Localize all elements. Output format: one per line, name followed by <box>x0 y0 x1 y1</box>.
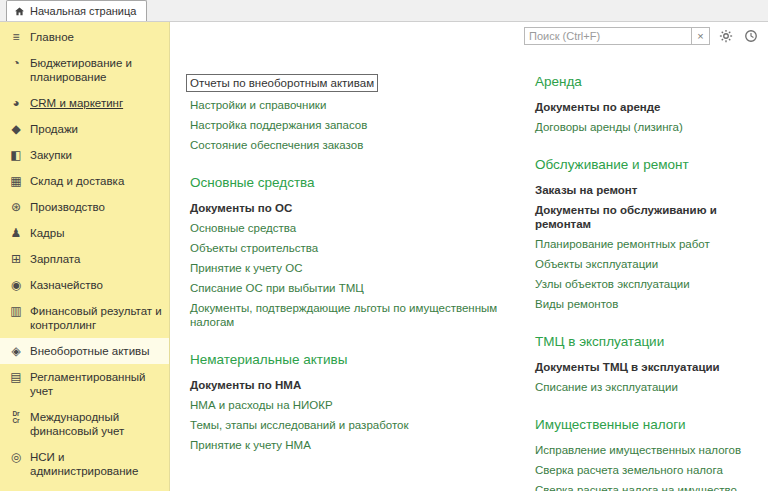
sidebar-item-regulated-accounting[interactable]: ▤ Регламентированный учет <box>0 364 169 404</box>
link-repair-orders[interactable]: Заказы на ремонт <box>535 183 637 197</box>
hamburger-icon: ≡ <box>4 30 28 44</box>
bar-chart-icon: ▥ <box>4 304 28 318</box>
link-construction-objects[interactable]: Объекты строительства <box>190 241 318 255</box>
link-repair-types[interactable]: Виды ремонтов <box>535 297 618 311</box>
link-fixed-asset-writeoff[interactable]: Списание ОС при выбытии ТМЦ <box>190 281 364 295</box>
gear-icon[interactable] <box>717 27 735 45</box>
top-links-group: Отчеты по внеоборотным активам Настройки… <box>190 74 535 158</box>
service-repair-group: Обслуживание и ремонт Заказы на ремонт Д… <box>535 140 768 317</box>
home-icon <box>14 6 25 17</box>
pie-chart-icon: ◕ <box>4 96 28 110</box>
tab-bar: Начальная страница <box>0 0 768 22</box>
coin-icon: ◉ <box>4 278 28 292</box>
function-panel: Отчеты по внеоборотным активам Настройки… <box>170 74 768 491</box>
sidebar-item-main[interactable]: ≡ Главное <box>0 24 169 50</box>
person-icon: ♟ <box>4 226 28 240</box>
link-intangible-asset-acceptance[interactable]: Принятие к учету НМА <box>190 438 311 452</box>
link-fixed-assets[interactable]: Основные средства <box>190 221 296 235</box>
sidebar-item-international-accounting[interactable]: Dr Cr Международный финансовый учет <box>0 404 169 444</box>
calculator-icon: ⊞ <box>4 252 28 266</box>
link-property-tax-benefit-documents[interactable]: Документы, подтверждающие льготы по имущ… <box>190 301 535 329</box>
boxes-icon: ▦ <box>4 174 28 188</box>
group-header-goods-in-operation: ТМЦ в эксплуатации <box>535 334 664 349</box>
link-lease-contracts[interactable]: Договоры аренды (лизинга) <box>535 120 683 134</box>
link-intangible-assets-documents[interactable]: Документы по НМА <box>190 378 301 392</box>
sidebar-item-purchases[interactable]: ◧ Закупки <box>0 142 169 168</box>
sidebar-item-sales[interactable]: ◆ Продажи <box>0 116 169 142</box>
link-fixed-asset-acceptance[interactable]: Принятие к учету ОС <box>190 261 303 275</box>
gear-wheel-icon: ⊛ <box>4 200 28 214</box>
link-operation-objects[interactable]: Объекты эксплуатации <box>535 257 658 271</box>
group-header-rent: Аренда <box>535 74 582 89</box>
property-taxes-group: Имущественные налоги Исправление имущест… <box>535 400 768 491</box>
planning-chart-icon: ◔ <box>4 56 28 70</box>
sidebar-item-hr[interactable]: ♟ Кадры <box>0 220 169 246</box>
assets-icon: ◈ <box>4 344 28 358</box>
group-header-property-taxes: Имущественные налоги <box>535 417 686 432</box>
search-clear-button[interactable]: × <box>692 27 710 45</box>
link-property-tax-correction[interactable]: Исправление имущественных налогов <box>535 443 741 457</box>
group-header-service-repair: Обслуживание и ремонт <box>535 157 689 172</box>
sidebar-item-budgeting[interactable]: ◔ Бюджетирование и планирование <box>0 50 169 90</box>
left-column: Отчеты по внеоборотным активам Настройки… <box>190 74 535 491</box>
group-header-fixed-assets: Основные средства <box>190 175 315 190</box>
link-intangible-assets-rnd-expenses[interactable]: НМА и расходы на НИОКР <box>190 398 333 412</box>
sidebar-item-nsi-administration[interactable]: ◎ НСИ и администрирование <box>0 444 169 484</box>
group-header-intangible-assets: Нематериальные активы <box>190 352 347 367</box>
link-settings-and-catalogs[interactable]: Настройки и справочники <box>190 98 326 112</box>
link-goods-in-operation-documents[interactable]: Документы ТМЦ в эксплуатации <box>535 360 720 374</box>
cart-icon: ◧ <box>4 148 28 162</box>
fixed-assets-group: Основные средства Документы по ОС Основн… <box>190 158 535 335</box>
link-property-tax-reconciliation[interactable]: Сверка расчета налога на имущество <box>535 483 737 491</box>
settings-icon: ◎ <box>4 450 28 464</box>
right-column: Аренда Документы по аренде Договоры арен… <box>535 74 768 491</box>
search-box: × <box>524 27 710 45</box>
sidebar-item-noncurrent-assets[interactable]: ◈ Внеоборотные активы <box>0 338 169 364</box>
sections-sidebar: ≡ Главное ◔ Бюджетирование и планировани… <box>0 22 170 491</box>
goods-in-operation-group: ТМЦ в эксплуатации Документы ТМЦ в экспл… <box>535 317 768 400</box>
tab-label: Начальная страница <box>30 5 136 17</box>
sidebar-item-treasury[interactable]: ◉ Казначейство <box>0 272 169 298</box>
link-fixed-assets-documents[interactable]: Документы по ОС <box>190 201 292 215</box>
sidebar-item-payroll[interactable]: ⊞ Зарплата <box>0 246 169 272</box>
link-repair-work-planning[interactable]: Планирование ремонтных работ <box>535 237 710 251</box>
link-rent-documents[interactable]: Документы по аренде <box>535 100 660 114</box>
link-operation-object-nodes[interactable]: Узлы объектов эксплуатации <box>535 277 690 291</box>
sidebar-item-crm-marketing[interactable]: ◕ CRM и маркетинг <box>0 90 169 116</box>
sidebar-item-production[interactable]: ⊛ Производство <box>0 194 169 220</box>
sidebar-item-financial-result[interactable]: ▥ Финансовый результат и контроллинг <box>0 298 169 338</box>
tab-home-page[interactable]: Начальная страница <box>6 0 147 21</box>
intangible-assets-group: Нематериальные активы Документы по НМА Н… <box>190 335 535 458</box>
link-land-tax-reconciliation[interactable]: Сверка расчета земельного налога <box>535 463 723 477</box>
ledger-book-icon: ▤ <box>4 370 28 384</box>
link-research-topics-stages[interactable]: Темы, этапы исследований и разработок <box>190 418 408 432</box>
start-page-content: × <box>170 22 768 491</box>
history-clock-icon[interactable] <box>742 27 760 45</box>
search-input[interactable] <box>524 27 692 45</box>
debit-credit-icon: Dr Cr <box>4 410 28 424</box>
link-order-fulfillment-status[interactable]: Состояние обеспечения заказов <box>190 138 363 152</box>
link-service-repair-documents[interactable]: Документы по обслуживанию и ремонтам <box>535 203 768 231</box>
app-window: Начальная страница ≡ Главное ◔ Бюджетиро… <box>0 0 768 491</box>
link-writeoff-from-operation[interactable]: Списание из эксплуатации <box>535 380 678 394</box>
rent-group: Аренда Документы по аренде Договоры арен… <box>535 74 768 140</box>
sidebar-item-warehouse-delivery[interactable]: ▦ Склад и доставка <box>0 168 169 194</box>
top-toolbar: × <box>524 27 760 45</box>
sales-icon: ◆ <box>4 122 28 136</box>
link-reports-noncurrent-assets[interactable]: Отчеты по внеоборотным активам <box>186 74 378 92</box>
link-stock-maintenance-setup[interactable]: Настройка поддержания запасов <box>190 118 367 132</box>
